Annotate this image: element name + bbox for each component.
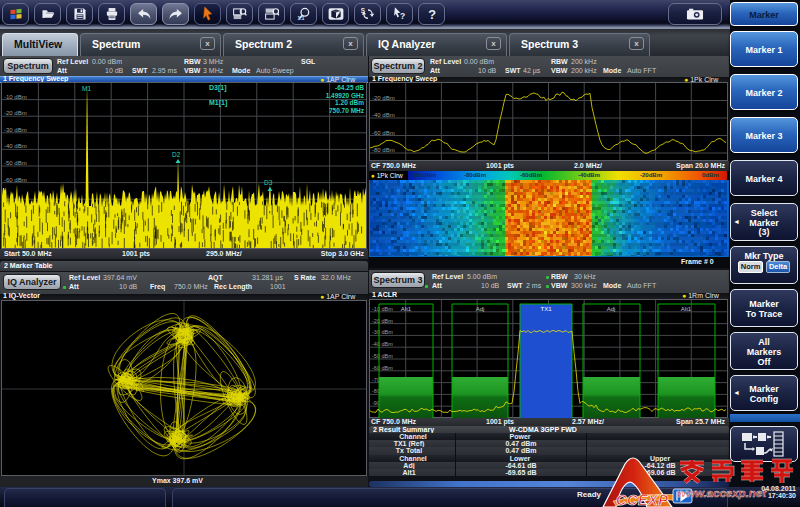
svg-text:-80 dBm: -80 dBm — [372, 147, 395, 153]
svg-text:-10 dBm: -10 dBm — [372, 306, 393, 312]
svg-text:D2: D2 — [172, 151, 181, 158]
svg-text:-30 dBm: -30 dBm — [372, 329, 393, 335]
svg-text:-20 dBm: -20 dBm — [372, 95, 395, 101]
svg-text:-10 dBm: -10 dBm — [4, 94, 27, 100]
svg-text:-60 dBm: -60 dBm — [372, 130, 395, 136]
svg-text:-50 dBm: -50 dBm — [372, 353, 393, 359]
svg-text:TX1: TX1 — [540, 306, 552, 312]
svg-text:?: ? — [428, 7, 436, 21]
svg-text:Adj: Adj — [607, 306, 616, 312]
svg-text:D3: D3 — [264, 179, 273, 186]
svg-text:M1: M1 — [82, 85, 91, 92]
svg-text:D3[1]: D3[1] — [209, 84, 227, 92]
svg-text:-20 dBm: -20 dBm — [372, 318, 393, 324]
svg-text:Alt1: Alt1 — [401, 306, 412, 312]
svg-text:Alt1: Alt1 — [681, 306, 692, 312]
svg-text:-60 dBm: -60 dBm — [372, 365, 393, 371]
svg-text:M1[1]: M1[1] — [209, 99, 227, 107]
svg-text:CCEXP: CCEXP — [616, 492, 668, 507]
svg-text:Adj: Adj — [476, 306, 485, 312]
svg-text:-40 dBm: -40 dBm — [372, 112, 395, 118]
svg-text:1:1: 1:1 — [297, 16, 304, 20]
svg-text:-40 dBm: -40 dBm — [372, 341, 393, 347]
svg-text:-30 dBm: -30 dBm — [4, 127, 27, 133]
svg-text:-20 dBm: -20 dBm — [4, 110, 27, 116]
svg-text:-64.25 dB: -64.25 dB — [335, 84, 364, 91]
svg-text:-40 dBm: -40 dBm — [4, 143, 27, 149]
svg-text:1.20 dBm: 1.20 dBm — [335, 99, 364, 106]
svg-text:?: ? — [400, 11, 405, 21]
svg-text:750.70 MHz: 750.70 MHz — [329, 107, 365, 114]
svg-text:-60 dBm: -60 dBm — [4, 177, 27, 183]
svg-text:1.49920 GHz: 1.49920 GHz — [326, 92, 365, 99]
svg-text:-50 dBm: -50 dBm — [4, 160, 27, 166]
